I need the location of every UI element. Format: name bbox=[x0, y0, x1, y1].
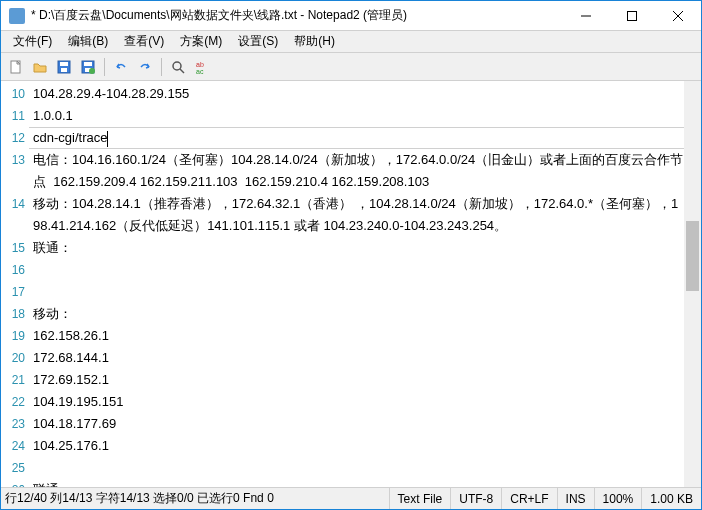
svg-rect-7 bbox=[61, 68, 67, 72]
line-number: 17 bbox=[1, 281, 25, 303]
menu-scheme[interactable]: 方案(M) bbox=[172, 31, 230, 52]
text-line[interactable]: 172.68.144.1 bbox=[33, 347, 684, 369]
replace-button[interactable]: abac bbox=[191, 56, 213, 78]
status-eol[interactable]: CR+LF bbox=[501, 488, 556, 509]
line-number: 22 bbox=[1, 391, 25, 413]
text-content[interactable]: 104.28.29.4-104.28.29.1551.0.0.1cdn-cgi/… bbox=[29, 81, 684, 487]
toolbar: abac bbox=[1, 53, 701, 81]
line-number: 13 bbox=[1, 149, 25, 171]
menu-edit[interactable]: 编辑(B) bbox=[60, 31, 116, 52]
svg-line-13 bbox=[180, 69, 184, 73]
window-title: * D:\百度云盘\Documents\网站数据文件夹\线路.txt - Not… bbox=[31, 7, 563, 24]
text-line[interactable]: 联通： bbox=[33, 237, 684, 259]
status-filetype[interactable]: Text File bbox=[389, 488, 451, 509]
status-zoom[interactable]: 100% bbox=[594, 488, 642, 509]
menu-bar: 文件(F) 编辑(B) 查看(V) 方案(M) 设置(S) 帮助(H) bbox=[1, 31, 701, 53]
window-controls bbox=[563, 1, 701, 30]
status-size: 1.00 KB bbox=[641, 488, 701, 509]
text-line[interactable]: 172.69.152.1 bbox=[33, 369, 684, 391]
line-number: 10 bbox=[1, 83, 25, 105]
line-number: 19 bbox=[1, 325, 25, 347]
vertical-scrollbar[interactable] bbox=[684, 81, 701, 487]
line-number: 23 bbox=[1, 413, 25, 435]
svg-text:ab: ab bbox=[196, 61, 204, 68]
maximize-button[interactable] bbox=[609, 1, 655, 30]
menu-settings[interactable]: 设置(S) bbox=[230, 31, 286, 52]
editor-area: 1011121314151617181920212223242526 104.2… bbox=[1, 81, 701, 487]
line-number: 20 bbox=[1, 347, 25, 369]
toolbar-separator bbox=[104, 58, 105, 76]
undo-button[interactable] bbox=[110, 56, 132, 78]
line-number: 16 bbox=[1, 259, 25, 281]
line-number: 26 bbox=[1, 479, 25, 487]
status-encoding[interactable]: UTF-8 bbox=[450, 488, 501, 509]
line-number: 15 bbox=[1, 237, 25, 259]
status-bar: 行12/40 列14/13 字符14/13 选择0/0 已选行0 Fnd 0 T… bbox=[1, 487, 701, 509]
svg-point-11 bbox=[89, 68, 95, 74]
line-number: 25 bbox=[1, 457, 25, 479]
save-button[interactable] bbox=[53, 56, 75, 78]
line-number: 24 bbox=[1, 435, 25, 457]
svg-text:ac: ac bbox=[196, 68, 204, 75]
menu-help[interactable]: 帮助(H) bbox=[286, 31, 343, 52]
open-file-button[interactable] bbox=[29, 56, 51, 78]
line-number: 14 bbox=[1, 193, 25, 215]
line-number: 11 bbox=[1, 105, 25, 127]
text-line[interactable] bbox=[33, 457, 684, 479]
text-line[interactable]: 联通： bbox=[33, 479, 684, 487]
line-number: 18 bbox=[1, 303, 25, 325]
text-line[interactable] bbox=[33, 281, 684, 303]
text-line[interactable]: 104.28.29.4-104.28.29.155 bbox=[33, 83, 684, 105]
status-mode[interactable]: INS bbox=[557, 488, 594, 509]
close-button[interactable] bbox=[655, 1, 701, 30]
text-line[interactable] bbox=[33, 259, 684, 281]
text-line[interactable]: 104.19.195.151 bbox=[33, 391, 684, 413]
scrollbar-thumb[interactable] bbox=[686, 221, 699, 291]
text-line[interactable]: 移动： bbox=[33, 303, 684, 325]
text-line[interactable]: 162.158.26.1 bbox=[33, 325, 684, 347]
find-button[interactable] bbox=[167, 56, 189, 78]
line-number: 12 bbox=[1, 127, 25, 149]
minimize-button[interactable] bbox=[563, 1, 609, 30]
toolbar-separator bbox=[161, 58, 162, 76]
text-line[interactable]: 电信：104.16.160.1/24（圣何塞）104.28.14.0/24（新加… bbox=[33, 149, 684, 193]
menu-view[interactable]: 查看(V) bbox=[116, 31, 172, 52]
text-line[interactable]: 移动：104.28.14.1（推荐香港），172.64.32.1（香港） ，10… bbox=[33, 193, 684, 237]
redo-button[interactable] bbox=[134, 56, 156, 78]
new-file-button[interactable] bbox=[5, 56, 27, 78]
text-line[interactable]: 1.0.0.1 bbox=[33, 105, 684, 127]
line-number-gutter: 1011121314151617181920212223242526 bbox=[1, 81, 29, 487]
svg-point-12 bbox=[173, 62, 181, 70]
text-line[interactable]: 104.25.176.1 bbox=[33, 435, 684, 457]
svg-rect-9 bbox=[84, 62, 92, 66]
line-number: 21 bbox=[1, 369, 25, 391]
svg-rect-1 bbox=[628, 11, 637, 20]
app-icon bbox=[9, 8, 25, 24]
svg-rect-6 bbox=[60, 62, 68, 66]
text-line[interactable]: 104.18.177.69 bbox=[33, 413, 684, 435]
text-line[interactable]: cdn-cgi/trace bbox=[33, 127, 684, 149]
title-bar: * D:\百度云盘\Documents\网站数据文件夹\线路.txt - Not… bbox=[1, 1, 701, 31]
menu-file[interactable]: 文件(F) bbox=[5, 31, 60, 52]
status-position: 行12/40 列14/13 字符14/13 选择0/0 已选行0 Fnd 0 bbox=[1, 490, 389, 507]
save-as-button[interactable] bbox=[77, 56, 99, 78]
